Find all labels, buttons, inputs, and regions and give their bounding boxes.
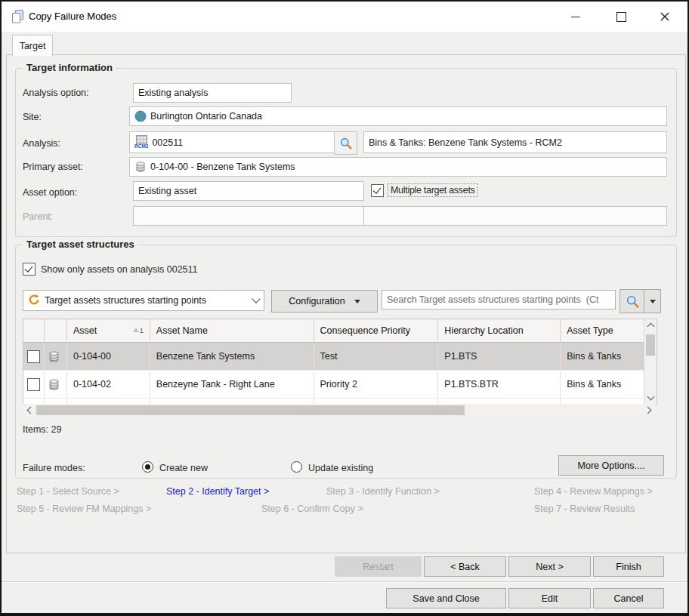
show-only-assets-checkbox[interactable] — [23, 263, 36, 276]
globe-icon — [134, 110, 147, 122]
scroll-left-arrow[interactable] — [23, 404, 36, 417]
target-asset-structures-legend: Target asset structures — [23, 239, 138, 250]
view-selector-value: Target assets structures starting points — [45, 295, 206, 306]
multiple-target-assets-checkbox[interactable] — [371, 184, 384, 197]
asset-option-label: Asset option: — [23, 187, 77, 198]
more-options-button[interactable]: More Options.... — [558, 455, 664, 476]
primary-asset-value: 0-104-00 - Benzene Tank Systems — [150, 162, 295, 172]
header-select-column — [23, 319, 45, 342]
close-button[interactable] — [652, 8, 678, 26]
analysis-option-value: Existing analysis — [138, 88, 208, 98]
tab-target-label: Target — [20, 41, 46, 51]
horizontal-scrollbar[interactable] — [23, 404, 656, 417]
analysis-field[interactable]: RCM2 002511 — [129, 131, 344, 153]
header-asset-type[interactable]: Asset Type — [561, 319, 644, 342]
cell-hierarchy-location: P1.BTS — [438, 343, 561, 370]
restart-button: Restart — [335, 556, 422, 577]
site-field[interactable]: Burlington Ontario Canada — [129, 106, 667, 126]
failure-modes-label: Failure modes: — [23, 463, 85, 473]
header-consequence-priority[interactable]: Consequence Priority — [314, 319, 439, 342]
scroll-up-arrow[interactable] — [644, 319, 657, 331]
analysis-option-label: Analysis option: — [23, 88, 89, 98]
rcm2-document-icon: RCM2 — [134, 135, 148, 149]
analysis-search-button[interactable] — [334, 131, 357, 155]
create-new-radio[interactable] — [142, 461, 153, 473]
cell-consequence-priority: Priority 2 — [314, 371, 439, 398]
table-row[interactable]: 0-104-00 Benzene Tank Systems Test P1.BT… — [23, 343, 644, 371]
target-information-legend: Target information — [23, 62, 116, 73]
window-title: Copy Failure Modes — [29, 11, 116, 22]
step-1-link[interactable]: Step 1 - Select Source > — [17, 486, 119, 497]
step-7-link[interactable]: Step 7 - Review Results — [534, 504, 635, 514]
close-icon — [660, 12, 669, 21]
dropdown-arrow-icon — [650, 300, 656, 303]
magnifier-icon — [339, 137, 353, 150]
scroll-right-arrow[interactable] — [642, 404, 656, 417]
asset-table-header: Asset 1 Asset Name Consequence Priority … — [23, 319, 644, 343]
multiple-target-assets-label[interactable]: Multiple target assets — [388, 183, 478, 197]
save-and-close-button[interactable]: Save and Close — [386, 588, 506, 608]
vertical-scroll-thumb[interactable] — [646, 334, 655, 356]
row-checkbox[interactable] — [27, 350, 40, 363]
scroll-down-arrow[interactable] — [644, 392, 657, 404]
site-value: Burlington Ontario Canada — [150, 111, 262, 122]
step-2-link[interactable]: Step 2 - Identify Target > — [166, 486, 269, 497]
create-new-label[interactable]: Create new — [159, 463, 208, 473]
site-label: Site: — [23, 112, 42, 122]
edit-button[interactable]: Edit — [508, 588, 591, 608]
parent-description-field — [363, 206, 667, 226]
cancel-button[interactable]: Cancel — [593, 588, 664, 608]
header-icon-column — [45, 319, 67, 342]
copy-failure-modes-dialog: Copy Failure Modes Target Target informa… — [0, 0, 689, 616]
cell-asset-name: Benzene Tank Systems — [150, 343, 314, 370]
cell-hierarchy-location: P1.BTS.BTR — [438, 371, 561, 398]
step-3-link[interactable]: Step 3 - Identify Function > — [326, 486, 440, 497]
asset-table: Asset 1 Asset Name Consequence Priority … — [23, 319, 657, 405]
minimize-icon — [571, 17, 580, 17]
step-6-link[interactable]: Step 6 - Confirm Copy > — [261, 504, 363, 514]
parent-label: Parent: — [23, 211, 53, 222]
header-hierarchy-location[interactable]: Hierarchy Location — [438, 319, 561, 342]
analysis-description-field[interactable]: Bins & Tanks: Benzene Tank Systems - RCM… — [363, 131, 667, 153]
table-row[interactable]: 0-104-02 Benzeyne Tank - Right Lane Prio… — [23, 371, 644, 399]
asset-option-field[interactable]: Existing asset — [133, 181, 364, 201]
update-existing-label[interactable]: Update existing — [308, 463, 373, 473]
title-bar: Copy Failure Modes — [2, 2, 687, 32]
minimize-button[interactable] — [563, 8, 589, 26]
cell-asset-name: Benzeyne Tank - Right Lane — [150, 371, 314, 398]
search-options-button[interactable] — [644, 289, 661, 313]
show-only-assets-label: Show only assets on analysis 002511 — [41, 264, 198, 275]
back-button[interactable]: < Back — [424, 556, 506, 577]
chevron-down-icon — [252, 294, 260, 303]
cell-asset-type: Bins & Tanks — [561, 343, 644, 370]
analysis-label: Analysis: — [23, 138, 60, 149]
maximize-button[interactable] — [608, 8, 634, 26]
search-input[interactable] — [382, 290, 616, 310]
asset-option-value: Existing asset — [138, 186, 196, 196]
maximize-icon — [616, 12, 626, 22]
row-checkbox[interactable] — [27, 378, 40, 391]
tab-target[interactable]: Target — [12, 35, 53, 56]
cell-asset-type: Bins & Tanks — [561, 371, 644, 398]
vertical-scrollbar[interactable] — [644, 319, 657, 404]
items-count: Items: 29 — [23, 424, 61, 435]
finish-button[interactable]: Finish — [593, 556, 664, 577]
step-5-link[interactable]: Step 5 - Review FM Mappings > — [17, 504, 151, 514]
step-4-link[interactable]: Step 4 - Review Mappings > — [534, 486, 653, 497]
next-button[interactable]: Next > — [508, 556, 591, 577]
primary-asset-field[interactable]: 0-104-00 - Benzene Tank Systems — [129, 157, 667, 177]
sort-ascending-icon: 1 — [133, 327, 144, 334]
cell-asset: 0-104-02 — [67, 371, 150, 398]
copy-icon — [11, 9, 26, 26]
header-asset-name[interactable]: Asset Name — [150, 319, 314, 342]
update-existing-radio[interactable] — [291, 461, 302, 473]
primary-asset-label: Primary asset: — [23, 162, 83, 172]
horizontal-scroll-thumb[interactable] — [36, 405, 465, 415]
refresh-orange-icon — [28, 294, 40, 308]
view-selector-dropdown[interactable]: Target assets structures starting points — [23, 290, 264, 311]
header-asset[interactable]: Asset 1 — [67, 319, 150, 342]
configuration-button[interactable]: Configuration — [271, 290, 378, 313]
analysis-option-field[interactable]: Existing analysis — [133, 83, 292, 103]
search-button[interactable] — [619, 289, 646, 313]
footer-divider — [2, 581, 687, 583]
